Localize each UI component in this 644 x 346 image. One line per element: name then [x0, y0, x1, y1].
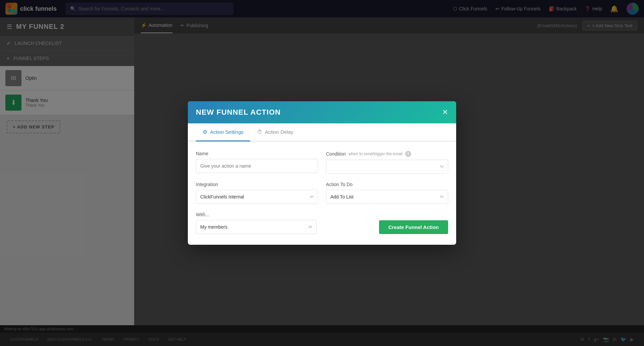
modal-footer-row: With... My members Create Funnel Action	[196, 212, 448, 234]
action-to-do-label: Action To Do	[326, 182, 448, 187]
tab-action-delay[interactable]: ⏱ Action Delay	[250, 123, 300, 141]
modal-header: NEW FUNNEL ACTION ✕	[188, 101, 456, 123]
modal-overlay[interactable]: NEW FUNNEL ACTION ✕ ⚙ Action Settings ⏱ …	[0, 0, 644, 346]
create-funnel-action-button[interactable]: Create Funnel Action	[379, 220, 448, 234]
condition-help-icon[interactable]: ?	[405, 151, 411, 157]
modal-close-button[interactable]: ✕	[442, 109, 448, 116]
condition-select[interactable]	[326, 160, 448, 174]
action-to-do-select[interactable]: Add To List	[326, 190, 448, 204]
form-group-condition: Condition when to send/trigger the email…	[326, 151, 448, 174]
form-group-integration: Integration ClickFunnels Internal	[196, 182, 318, 204]
modal-body: Name Condition when to send/trigger the …	[188, 141, 456, 245]
form-group-with: With... My members	[196, 212, 317, 234]
modal-tabs: ⚙ Action Settings ⏱ Action Delay	[188, 123, 456, 141]
form-group-name: Name	[196, 151, 318, 174]
name-label: Name	[196, 151, 318, 156]
name-input[interactable]	[196, 159, 318, 173]
settings-icon: ⚙	[203, 129, 207, 135]
form-row-integration-action: Integration ClickFunnels Internal Action…	[196, 182, 448, 204]
form-row-name-condition: Name Condition when to send/trigger the …	[196, 151, 448, 174]
integration-select[interactable]: ClickFunnels Internal	[196, 190, 318, 204]
with-select[interactable]: My members	[196, 220, 317, 234]
clock-icon: ⏱	[257, 129, 262, 135]
modal-title: NEW FUNNEL ACTION	[196, 108, 281, 117]
new-funnel-action-modal: NEW FUNNEL ACTION ✕ ⚙ Action Settings ⏱ …	[188, 101, 456, 245]
integration-label: Integration	[196, 182, 318, 187]
with-label: With...	[196, 212, 317, 217]
form-group-action-to-do: Action To Do Add To List	[326, 182, 448, 204]
tab-action-settings[interactable]: ⚙ Action Settings	[196, 123, 250, 141]
condition-label-row: Condition when to send/trigger the email…	[326, 151, 448, 157]
condition-hint: when to send/trigger the email	[348, 152, 402, 156]
condition-label: Condition	[326, 151, 346, 157]
